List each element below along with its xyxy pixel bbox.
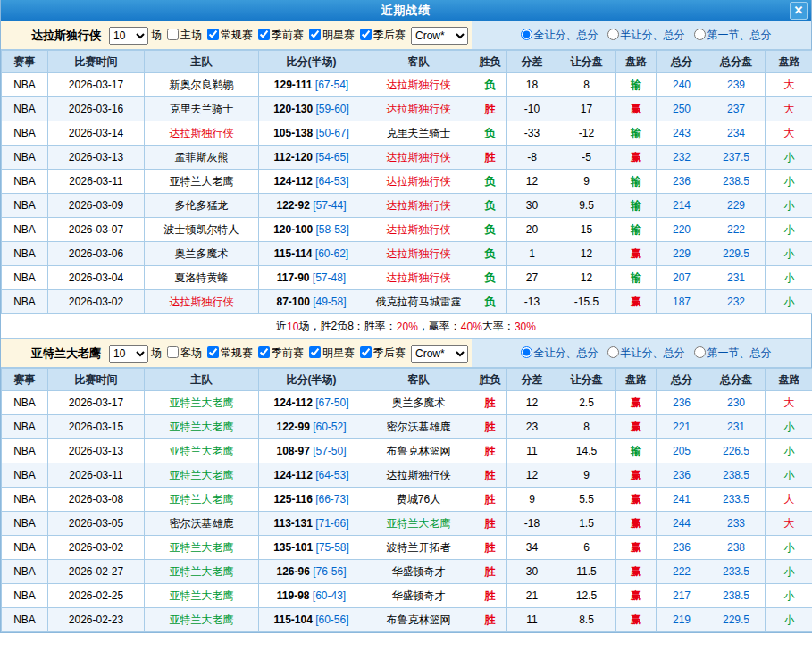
filter-checkbox-input[interactable]: [360, 346, 372, 358]
filter-checkbox-input[interactable]: [207, 346, 219, 358]
scope-radio-input[interactable]: [607, 346, 619, 358]
handicap-cell: 11.5: [557, 560, 616, 584]
league-cell: NBA: [2, 266, 48, 290]
date-cell: 2026-03-07: [48, 218, 145, 242]
game-row: NBA2026-02-27亚特兰大老鹰126-96 [76-56]华盛顿奇才胜3…: [2, 560, 812, 584]
handicap-cell: 15: [557, 218, 616, 242]
date-cell: 2026-03-02: [48, 290, 145, 314]
odds-source-select[interactable]: Crow*: [411, 345, 468, 363]
handicap-cell: 12.5: [557, 584, 616, 608]
total-line-cell: 237.5: [707, 146, 766, 170]
away-team-cell: 密尔沃基雄鹿: [364, 415, 473, 439]
score-cell: 125-116 [66-73]: [259, 488, 364, 512]
scope-radio-input[interactable]: [694, 346, 706, 358]
away-team-cell: 达拉斯独行侠: [364, 170, 473, 194]
scope-radio-input[interactable]: [607, 29, 619, 40]
filter-checkbox-input[interactable]: [207, 29, 219, 40]
filter-checkbox[interactable]: 常规赛: [204, 29, 253, 41]
total-cell: 240: [657, 73, 707, 97]
column-header: 胜负: [473, 51, 507, 73]
away-team-cell: 华盛顿奇才: [364, 560, 473, 584]
scope-radio[interactable]: 全让分、总分: [517, 28, 599, 43]
filter-checkbox-input[interactable]: [360, 29, 372, 40]
total-line-cell: 233: [707, 512, 766, 536]
handicap-cell: 9.5: [557, 194, 616, 218]
filter-checkbox[interactable]: 客场: [163, 346, 202, 359]
result-cell: 负: [473, 121, 507, 146]
games-count-select[interactable]: 10: [109, 345, 148, 363]
scope-radio-group-1: 全让分、总分半让分、总分第一节、总分: [472, 21, 811, 49]
away-team-cell: 达拉斯独行侠: [364, 73, 473, 97]
home-team-cell: 克里夫兰骑士: [145, 97, 259, 121]
total-line-cell: 231: [707, 415, 766, 439]
league-cell: NBA: [2, 242, 48, 266]
home-team-cell: 波士顿凯尔特人: [145, 218, 259, 242]
filter-checkbox-input[interactable]: [258, 346, 270, 358]
scope-radio-input[interactable]: [521, 29, 532, 40]
total-line-cell: 234: [707, 121, 766, 146]
score-cell: 120-130 [59-60]: [259, 97, 364, 121]
column-header: 主队: [145, 369, 259, 391]
scope-radio-input[interactable]: [521, 346, 532, 358]
home-team-cell: 奥兰多魔术: [145, 242, 259, 266]
column-header: 总分盘: [707, 51, 766, 73]
column-header: 分差: [507, 369, 557, 391]
date-cell: 2026-03-08: [48, 488, 145, 512]
filter-checkbox-input[interactable]: [258, 29, 270, 40]
filter-checkbox[interactable]: 明星赛: [306, 346, 355, 359]
home-team-cell: 亚特兰大老鹰: [145, 391, 259, 415]
scope-radio[interactable]: 第一节、总分: [691, 28, 772, 43]
result-cell: 胜: [473, 439, 507, 463]
diff-cell: -33: [507, 121, 557, 146]
game-row: NBA2026-03-17新奥尔良鹈鹕129-111 [67-54]达拉斯独行侠…: [2, 73, 812, 97]
diff-cell: 34: [507, 536, 557, 560]
scope-radio[interactable]: 第一节、总分: [691, 346, 772, 361]
score-cell: 112-120 [54-65]: [259, 146, 364, 170]
filter-checkbox[interactable]: 季前赛: [255, 29, 304, 41]
dialog-titlebar: 近期战绩 ✕: [1, 0, 811, 21]
column-header: 比分(半场): [259, 51, 364, 73]
game-row: NBA2026-03-09多伦多猛龙122-92 [57-44]达拉斯独行侠负3…: [2, 194, 812, 218]
home-team-cell: 亚特兰大老鹰: [145, 536, 259, 560]
filter-checkbox[interactable]: 季后赛: [356, 346, 406, 359]
close-icon[interactable]: ✕: [790, 2, 808, 20]
filter-checkbox[interactable]: 明星赛: [306, 29, 355, 41]
scope-radio[interactable]: 半让分、总分: [604, 346, 685, 361]
handicap-result-cell: 赢: [616, 415, 657, 439]
scope-radio[interactable]: 半让分、总分: [604, 28, 685, 43]
home-team-cell: 夏洛特黄蜂: [145, 266, 259, 290]
filter-checkbox-input[interactable]: [167, 346, 179, 358]
filter-checkbox[interactable]: 主场: [163, 29, 202, 41]
game-row: NBA2026-03-17亚特兰大老鹰124-112 [67-50]奥兰多魔术胜…: [2, 391, 812, 415]
game-row: NBA2026-02-25亚特兰大老鹰119-98 [60-43]华盛顿奇才胜2…: [2, 584, 812, 608]
diff-cell: -10: [507, 97, 557, 121]
handicap-result-cell: 赢: [616, 536, 657, 560]
diff-cell: 1: [507, 242, 557, 266]
home-team-cell: 新奥尔良鹈鹕: [145, 73, 259, 97]
scope-radio[interactable]: 全让分、总分: [517, 346, 599, 361]
filter-checkbox[interactable]: 常规赛: [204, 346, 253, 359]
filter-checkbox-input[interactable]: [167, 29, 179, 40]
filter-checkbox[interactable]: 季后赛: [356, 29, 406, 41]
home-team-cell: 亚特兰大老鹰: [145, 415, 259, 439]
away-team-cell: 费城76人: [364, 488, 473, 512]
home-team-cell: 亚特兰大老鹰: [145, 439, 259, 463]
result-cell: 胜: [473, 512, 507, 536]
filter-checkbox-input[interactable]: [309, 29, 321, 40]
home-team-cell: 亚特兰大老鹰: [145, 488, 259, 512]
filter-checkbox-input[interactable]: [309, 346, 321, 358]
team-name-label: 达拉斯独行侠: [31, 28, 101, 44]
date-cell: 2026-03-14: [48, 121, 145, 146]
result-cell: 胜: [473, 608, 507, 632]
column-header: 胜负: [473, 369, 507, 391]
filter-checkbox-group: 客场常规赛季前赛明星赛季后赛: [162, 346, 406, 361]
handicap-result-cell: 赢: [616, 488, 657, 512]
odds-source-select[interactable]: Crow*: [411, 27, 468, 45]
games-count-select[interactable]: 10: [109, 27, 148, 45]
ou-cell: 小: [766, 290, 812, 314]
date-cell: 2026-02-23: [48, 608, 145, 632]
scope-radio-input[interactable]: [694, 29, 706, 40]
diff-cell: 12: [507, 463, 557, 488]
score-cell: 124-112 [64-53]: [259, 170, 364, 194]
filter-checkbox[interactable]: 季前赛: [255, 346, 304, 359]
